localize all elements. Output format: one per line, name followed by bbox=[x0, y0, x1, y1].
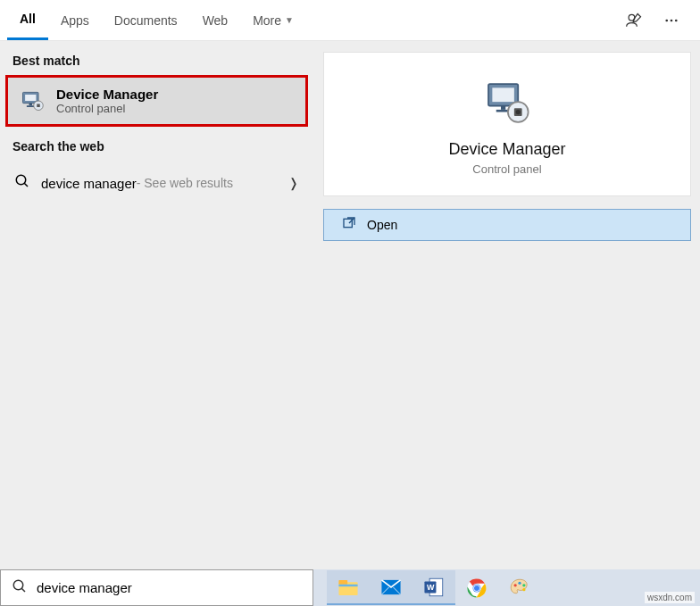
tab-more[interactable]: More▼ bbox=[240, 1, 306, 40]
web-result-row[interactable]: device manager - See web results ❭ bbox=[0, 161, 313, 205]
svg-point-36 bbox=[522, 588, 525, 591]
watermark: wsxdn.com bbox=[645, 592, 695, 603]
open-button[interactable]: Open bbox=[323, 209, 691, 241]
device-manager-icon-large bbox=[482, 78, 532, 128]
results-panel: Best match Device Manager Control panel … bbox=[0, 41, 313, 569]
open-icon bbox=[342, 216, 356, 234]
tab-label: More bbox=[253, 13, 281, 28]
taskbar-app-mail[interactable] bbox=[370, 570, 412, 605]
tab-label: Web bbox=[203, 13, 229, 28]
section-search-web: Search the web bbox=[0, 127, 313, 161]
svg-rect-24 bbox=[338, 584, 357, 585]
svg-rect-14 bbox=[501, 106, 505, 110]
tab-all[interactable]: All bbox=[7, 1, 48, 40]
more-options-icon[interactable] bbox=[659, 8, 684, 33]
taskbar-search[interactable] bbox=[0, 569, 313, 606]
svg-point-10 bbox=[16, 175, 26, 185]
svg-point-33 bbox=[514, 584, 517, 586]
svg-point-1 bbox=[665, 19, 668, 21]
svg-point-2 bbox=[671, 19, 673, 21]
tab-apps[interactable]: Apps bbox=[48, 1, 102, 40]
taskbar-app-word[interactable]: W bbox=[412, 570, 455, 605]
result-device-manager[interactable]: Device Manager Control panel bbox=[5, 75, 308, 127]
svg-rect-6 bbox=[29, 104, 33, 106]
web-result-suffix: - See web results bbox=[137, 176, 233, 190]
svg-rect-7 bbox=[27, 105, 35, 107]
taskbar-app-file-explorer[interactable] bbox=[327, 570, 370, 605]
open-label: Open bbox=[367, 218, 397, 232]
tab-label: All bbox=[20, 12, 36, 26]
chevron-right-icon: ❭ bbox=[288, 176, 299, 190]
web-result-query: device manager bbox=[41, 176, 137, 191]
chevron-down-icon: ▼ bbox=[285, 15, 294, 25]
search-icon bbox=[14, 173, 30, 193]
tab-web[interactable]: Web bbox=[190, 1, 241, 40]
preview-subtitle: Control panel bbox=[472, 162, 541, 176]
svg-point-18 bbox=[516, 110, 521, 114]
filter-tabs: All Apps Documents Web More▼ bbox=[0, 0, 700, 41]
svg-rect-13 bbox=[492, 87, 514, 102]
taskbar: W wsxdn.com bbox=[0, 569, 700, 606]
taskbar-app-chrome[interactable] bbox=[455, 570, 498, 605]
svg-point-32 bbox=[474, 585, 479, 591]
svg-point-20 bbox=[13, 580, 23, 590]
section-best-match: Best match bbox=[0, 41, 313, 75]
result-title: Device Manager bbox=[56, 87, 158, 102]
svg-line-11 bbox=[24, 183, 28, 187]
result-subtitle: Control panel bbox=[56, 102, 158, 115]
svg-text:W: W bbox=[427, 583, 435, 592]
taskbar-app-paint[interactable] bbox=[498, 570, 541, 605]
svg-point-34 bbox=[518, 581, 521, 584]
result-text: Device Manager Control panel bbox=[56, 87, 158, 115]
taskbar-apps: W bbox=[318, 569, 541, 606]
search-icon bbox=[12, 578, 28, 598]
preview-card: Device Manager Control panel bbox=[323, 52, 691, 196]
svg-rect-19 bbox=[344, 219, 352, 227]
svg-rect-23 bbox=[338, 579, 347, 584]
svg-point-3 bbox=[675, 19, 678, 21]
svg-line-21 bbox=[21, 588, 25, 592]
preview-panel: Device Manager Control panel Open bbox=[313, 41, 700, 569]
tabs-right-actions bbox=[621, 8, 693, 33]
tab-documents[interactable]: Documents bbox=[102, 1, 190, 40]
main-area: Best match Device Manager Control panel … bbox=[0, 41, 700, 569]
feedback-icon[interactable] bbox=[621, 8, 646, 33]
svg-rect-5 bbox=[25, 95, 36, 101]
svg-rect-9 bbox=[37, 104, 40, 108]
preview-title: Device Manager bbox=[448, 140, 565, 159]
svg-point-35 bbox=[522, 584, 525, 586]
search-input[interactable] bbox=[37, 580, 302, 595]
device-manager-icon bbox=[19, 87, 46, 114]
tab-label: Documents bbox=[114, 13, 178, 28]
tab-label: Apps bbox=[61, 13, 89, 28]
